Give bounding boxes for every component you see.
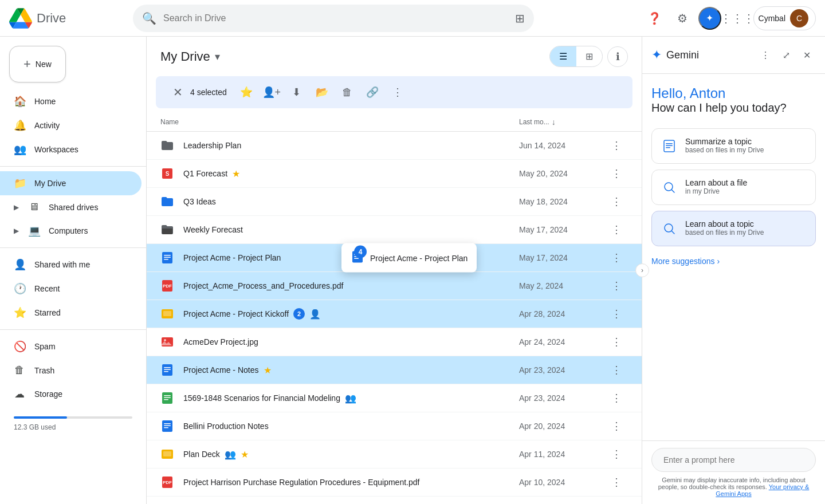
link-selected-button[interactable]: 🔗 — [362, 82, 383, 103]
file-name: Project_Acme_Process_and_Procedures.pdf — [183, 281, 519, 290]
drive-title[interactable]: My Drive ▾ — [160, 49, 220, 64]
file-menu-button[interactable]: ⋮ — [607, 220, 626, 239]
file-name: 1569-1848 Scenarios for Financial Modeli… — [183, 393, 519, 404]
table-row[interactable]: Project Acme - Notes ★ Apr 23, 2024 ⋮ — [147, 356, 642, 384]
app-logo[interactable]: Drive — [9, 7, 124, 30]
sidebar-label-trash: Trash — [34, 366, 54, 375]
file-menu-button[interactable]: ⋮ — [607, 249, 626, 267]
download-selected-button[interactable]: ⬇ — [286, 82, 307, 103]
file-menu-button[interactable]: ⋮ — [607, 333, 626, 351]
table-row[interactable]: Bellini Production Notes Apr 20, 2024 ⋮ — [147, 412, 642, 440]
table-row[interactable]: Q3 Ideas May 18, 2024 ⋮ — [147, 188, 642, 216]
more-selected-button[interactable]: ⋮ — [387, 82, 408, 103]
sidebar-item-my-drive[interactable]: 📁 My Drive — [0, 171, 142, 195]
sidebar-item-workspaces[interactable]: 👥 Workspaces — [0, 137, 142, 162]
suggestion-sub-2: in my Drive — [685, 187, 747, 195]
svg-rect-33 — [666, 143, 673, 144]
gemini-more-button[interactable]: ⋮ — [756, 46, 775, 64]
sidebar-item-shared-drives[interactable]: ▶ 🖥 Shared drives — [0, 195, 142, 219]
sidebar-item-starred[interactable]: ⭐ Starred — [0, 301, 142, 325]
file-menu: ⋮ — [605, 277, 628, 295]
sidebar-item-spam[interactable]: 🚫 Spam — [0, 334, 142, 359]
search-bar[interactable]: 🔍 ⊞ — [133, 5, 534, 32]
avatar: C — [790, 9, 808, 27]
gemini-panel-resize-handle[interactable]: › — [635, 263, 649, 277]
gemini-star-icon: ✦ — [706, 13, 713, 23]
gemini-prompt-input[interactable] — [651, 448, 816, 472]
svg-rect-22 — [164, 397, 171, 399]
gear-icon: ⚙ — [677, 11, 688, 25]
table-row[interactable]: 1569-1848 Scenarios for Financial Modeli… — [147, 384, 642, 412]
sidebar-item-trash[interactable]: 🗑 Trash — [0, 359, 142, 382]
table-row[interactable]: Leadership Plan Jun 14, 2024 ⋮ — [147, 132, 642, 160]
star-selected-button[interactable]: ⭐ — [236, 82, 257, 103]
sidebar-item-activity[interactable]: 🔔 Activity — [0, 113, 142, 137]
gemini-suggestion-learn-file[interactable]: Learn about a file in my Drive — [651, 170, 816, 205]
search-input[interactable] — [163, 13, 508, 23]
gemini-expand-button[interactable]: ⤢ — [777, 46, 795, 64]
grid-view-button[interactable]: ⊞ — [576, 46, 602, 66]
column-modified[interactable]: Last mo... ↓ — [519, 117, 605, 127]
selection-close-button[interactable]: ✕ — [170, 84, 186, 100]
gemini-suggestion-learn-topic[interactable]: Learn about a topic based on files in my… — [651, 211, 816, 246]
file-name: Q1 Forecast ★ — [183, 168, 519, 179]
share-selected-button[interactable]: 👤+ — [261, 82, 282, 103]
file-menu-button[interactable]: ⋮ — [607, 305, 626, 323]
table-row[interactable]: PDF Project Harrison Purchase Regulation… — [147, 468, 642, 497]
file-menu: ⋮ — [605, 220, 628, 239]
settings-icon-button[interactable]: ⚙ — [671, 7, 694, 30]
table-row[interactable]: S Q1 Forecast ★ May 20, 2024 ⋮ — [147, 160, 642, 188]
sidebar-item-storage[interactable]: ☁ Storage — [0, 382, 142, 406]
new-button-label: New — [36, 60, 52, 69]
table-row[interactable]: Project Acme - Project Plan May 17, 2024… — [147, 244, 642, 272]
svg-rect-34 — [666, 145, 673, 147]
svg-text:S: S — [166, 171, 170, 177]
gemini-close-button[interactable]: ✕ — [798, 46, 816, 64]
info-button[interactable]: ℹ — [607, 46, 628, 67]
sidebar-item-shared-with-me[interactable]: 👤 Shared with me — [0, 253, 142, 277]
sidebar-item-computers[interactable]: ▶ 💻 Computers — [0, 219, 142, 243]
file-menu-button[interactable]: ⋮ — [607, 136, 626, 155]
svg-rect-18 — [164, 369, 171, 371]
question-circle-icon: ❓ — [647, 11, 662, 25]
sidebar-label-recent: Recent — [34, 284, 60, 293]
sidebar-item-recent[interactable]: 🕐 Recent — [0, 277, 142, 301]
delete-selected-button[interactable]: 🗑 — [337, 82, 358, 103]
apps-grid-icon-button[interactable]: ⋮⋮⋮ — [726, 7, 749, 30]
file-date: May 17, 2024 — [519, 253, 605, 262]
drive-title-dropdown-icon[interactable]: ▾ — [215, 50, 220, 63]
account-button[interactable]: Cymbal C — [753, 6, 816, 30]
file-menu-button[interactable]: ⋮ — [607, 389, 626, 407]
svg-rect-25 — [164, 423, 171, 424]
move-selected-button[interactable]: 📂 — [312, 82, 332, 103]
gemini-greeting-sub: How can I help you today? — [651, 101, 816, 115]
gemini-suggestion-summarize[interactable]: Summarize a topic based on files in my D… — [651, 128, 816, 164]
spam-icon: 🚫 — [14, 340, 25, 353]
file-menu-button[interactable]: ⋮ — [607, 277, 626, 295]
table-row[interactable]: PDF Project_Acme_Process_and_Procedures.… — [147, 272, 642, 300]
list-view-button[interactable]: ☰ — [550, 46, 576, 66]
tune-icon[interactable]: ⊞ — [515, 11, 525, 25]
support-icon-button[interactable]: ❓ — [643, 7, 666, 30]
file-date: May 20, 2024 — [519, 169, 605, 178]
gemini-icon-button[interactable]: ✦ — [698, 7, 721, 30]
table-row[interactable]: Project Acme - Project Kickoff 2 👤 Apr 2… — [147, 300, 642, 328]
sidebar-item-home[interactable]: 🏠 Home — [0, 89, 142, 113]
file-menu-button[interactable]: ⋮ — [607, 164, 626, 183]
table-row[interactable]: AcmeDev Project.jpg Apr 24, 2024 ⋮ — [147, 328, 642, 356]
file-menu-button[interactable]: ⋮ — [607, 445, 626, 463]
sidebar-nav: 🏠 Home 🔔 Activity 👥 Workspaces 📁 My Driv… — [0, 87, 146, 408]
file-menu-button[interactable]: ⋮ — [607, 417, 626, 435]
file-icon-doc-3 — [160, 419, 174, 433]
new-button[interactable]: + New — [9, 46, 66, 82]
file-menu-button[interactable]: ⋮ — [607, 473, 626, 491]
table-row[interactable]: Weekly Forecast May 17, 2024 ⋮ — [147, 216, 642, 244]
svg-point-15 — [164, 339, 166, 341]
header-actions: ❓ ⚙ ✦ ⋮⋮⋮ Cymbal C — [643, 6, 816, 30]
file-menu-button[interactable]: ⋮ — [607, 361, 626, 379]
more-suggestions-link[interactable]: More suggestions › — [651, 252, 816, 270]
file-menu-button[interactable]: ⋮ — [607, 192, 626, 211]
table-row[interactable]: Plan Deck 👥 ★ Apr 11, 2024 ⋮ — [147, 440, 642, 468]
account-name: Cymbal — [759, 14, 785, 23]
suggestion-title-3: Learn about a topic — [685, 219, 764, 229]
